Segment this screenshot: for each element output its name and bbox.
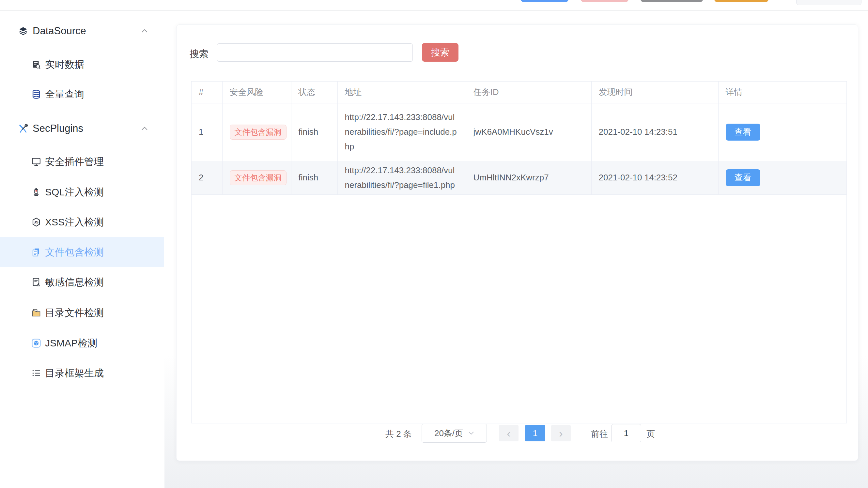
cell-time: 2021-02-10 14:23:52 xyxy=(591,161,718,194)
total-count: 共 2 条 xyxy=(385,428,412,440)
cell-status: finish xyxy=(291,103,337,161)
cell-task-id: jwK6A0MHKucVsz1v xyxy=(466,103,591,161)
risk-badge: 文件包含漏洞 xyxy=(230,125,286,140)
cell-action: 查看 xyxy=(718,103,847,161)
search-button[interactable]: 搜索 xyxy=(422,43,459,62)
view-button[interactable]: 查看 xyxy=(726,169,760,186)
current-page-button[interactable]: 1 xyxy=(525,425,545,441)
column-header: 地址 xyxy=(337,82,466,103)
cell-risk: 文件包含漏洞 xyxy=(222,161,291,194)
sidebar-item-dir-file-scan[interactable]: 目录文件检测 xyxy=(0,298,164,328)
column-header: 发现时间 xyxy=(591,82,718,103)
header-button-blue-partial[interactable] xyxy=(521,0,568,2)
cell-time: 2021-02-10 14:23:51 xyxy=(591,103,718,161)
sidebar-item-label: XSS注入检测 xyxy=(45,216,104,229)
list-icon xyxy=(31,368,41,378)
layers-icon xyxy=(18,26,28,36)
sidebar-item-plugin-manage[interactable]: 安全插件管理 xyxy=(0,147,164,177)
results-table-container: #安全风险状态地址任务ID发现时间详情 1文件包含漏洞finishhttp://… xyxy=(191,81,847,423)
svg-text:JS: JS xyxy=(34,220,38,224)
content-card: 搜索 搜索 #安全风险状态地址任务ID发现时间详情 1文件包含漏洞finishh… xyxy=(176,25,858,461)
header-button-pink-partial[interactable] xyxy=(581,0,628,2)
sidebar-item-dir-frame-gen[interactable]: 目录框架生成 xyxy=(0,358,164,388)
sidebar-item-xss-injection[interactable]: JSXSS注入检测 xyxy=(0,207,164,237)
monitor-icon xyxy=(31,157,41,167)
cell-url: http://22.17.143.233:8088/vulnerabilitie… xyxy=(337,161,466,194)
js-hexagon-icon: JS xyxy=(31,217,41,227)
page-unit-label: 页 xyxy=(646,428,655,440)
sidebar-group-datasource[interactable]: DataSource xyxy=(0,16,164,46)
cell-status: finish xyxy=(291,161,337,194)
sidebar-item-sql-injection[interactable]: SQL注入检测 xyxy=(0,177,164,207)
sidebar-item-label: 目录文件检测 xyxy=(45,306,104,320)
cube-icon xyxy=(31,338,41,348)
sidebar-item-label: 敏感信息检测 xyxy=(45,275,104,289)
sidebar-item-label: SQL注入检测 xyxy=(45,186,104,199)
top-header xyxy=(0,0,868,11)
cell-index: 2 xyxy=(191,161,222,194)
table-row: 2文件包含漏洞finishhttp://22.17.143.233:8088/v… xyxy=(191,161,847,194)
table-row: 1文件包含漏洞finishhttp://22.17.143.233:8088/v… xyxy=(191,103,847,161)
file-include-icon xyxy=(31,247,41,257)
cell-url: http://22.17.143.233:8088/vulnerabilitie… xyxy=(337,103,466,161)
chevron-up-icon[interactable] xyxy=(141,126,149,131)
column-header: 详情 xyxy=(718,82,847,103)
goto-page-input[interactable] xyxy=(611,424,641,442)
search-label: 搜索 xyxy=(190,47,209,61)
sidebar-item-label: 目录框架生成 xyxy=(45,367,104,380)
chevron-down-icon xyxy=(468,431,474,435)
next-page-button[interactable]: › xyxy=(551,425,571,441)
risk-badge: 文件包含漏洞 xyxy=(230,170,286,185)
header-button-orange-partial[interactable] xyxy=(714,0,769,2)
database-icon xyxy=(31,89,41,99)
page-size-value: 20条/页 xyxy=(434,428,463,439)
prev-page-button[interactable]: ‹ xyxy=(499,425,519,441)
sidebar: DataSource实时数据全量查询SecPlugins安全插件管理SQL注入检… xyxy=(0,12,164,488)
sidebar-group-label: SecPlugins xyxy=(33,123,83,134)
sidebar-item-label: JSMAP检测 xyxy=(45,337,97,350)
search-input[interactable] xyxy=(217,43,413,62)
sidebar-item-label: 全量查询 xyxy=(45,88,84,101)
sidebar-group-label: DataSource xyxy=(33,25,86,37)
sidebar-item-file-include[interactable]: 文件包含检测 xyxy=(0,237,164,267)
view-button[interactable]: 查看 xyxy=(726,124,760,140)
cell-action: 查看 xyxy=(718,161,847,194)
column-header: 任务ID xyxy=(466,82,591,103)
sidebar-item-realtime-data[interactable]: 实时数据 xyxy=(0,50,164,79)
column-header: # xyxy=(191,82,222,103)
page-size-select[interactable]: 20条/页 xyxy=(422,424,487,443)
sidebar-group-secplugins[interactable]: SecPlugins xyxy=(0,113,164,143)
sidebar-item-label: 实时数据 xyxy=(45,58,84,71)
results-table: #安全风险状态地址任务ID发现时间详情 1文件包含漏洞finishhttp://… xyxy=(191,82,847,195)
sensitive-doc-icon xyxy=(31,277,41,287)
sidebar-item-jsmap-scan[interactable]: JSMAP检测 xyxy=(0,328,164,358)
sidebar-item-label: 安全插件管理 xyxy=(45,155,104,169)
table-header-row: #安全风险状态地址任务ID发现时间详情 xyxy=(191,82,847,103)
realtime-data-icon xyxy=(31,60,41,69)
header-button-gray-partial[interactable] xyxy=(641,0,703,2)
sidebar-item-full-query[interactable]: 全量查询 xyxy=(0,79,164,109)
cell-index: 1 xyxy=(191,103,222,161)
injection-icon xyxy=(31,187,41,197)
sidebar-item-sensitive-info[interactable]: 敏感信息检测 xyxy=(0,267,164,297)
cell-risk: 文件包含漏洞 xyxy=(222,103,291,161)
tools-icon xyxy=(18,124,28,133)
column-header: 安全风险 xyxy=(222,82,291,103)
folder-icon xyxy=(31,308,41,318)
chevron-up-icon[interactable] xyxy=(141,28,149,34)
goto-label: 前往 xyxy=(591,428,608,440)
cell-task-id: UmHltINN2xKwrzp7 xyxy=(466,161,591,194)
header-button-light-partial[interactable] xyxy=(796,0,862,5)
sidebar-item-label: 文件包含检测 xyxy=(45,246,104,259)
column-header: 状态 xyxy=(291,82,337,103)
